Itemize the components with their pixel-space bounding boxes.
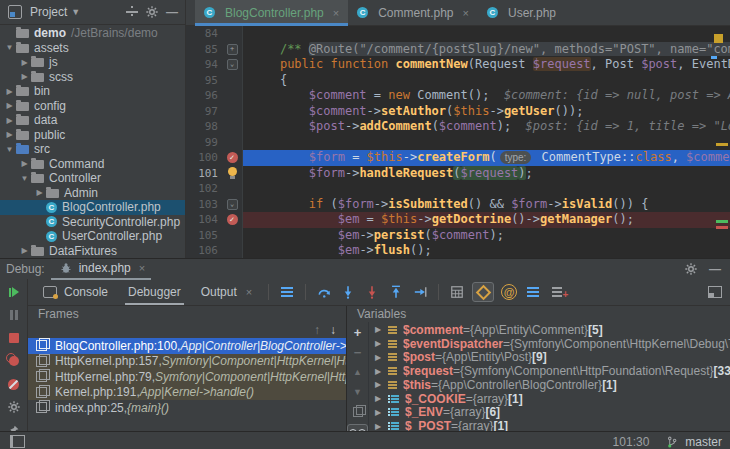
git-branch-widget[interactable]: master bbox=[663, 434, 722, 449]
fold-collapse-icon[interactable]: ⌄ bbox=[227, 59, 238, 70]
editor-tab-comment-php[interactable]: CComment.php× bbox=[348, 0, 478, 25]
code-line-95[interactable]: 95 { bbox=[186, 73, 730, 89]
stack-frame-index-php-25[interactable]: index.php:25, {main}() bbox=[28, 400, 346, 416]
stop-icon[interactable] bbox=[5, 330, 23, 346]
chevron-down-icon[interactable]: ▼ bbox=[71, 7, 80, 17]
editor-tab-blogcontroller-php[interactable]: CBlogController.php× bbox=[195, 0, 348, 25]
move-down-icon[interactable]: ▼ bbox=[349, 384, 367, 400]
remove-watch-icon[interactable]: − bbox=[349, 344, 367, 360]
tree-open-arrow-icon[interactable]: ▼ bbox=[3, 43, 16, 52]
code-line-105[interactable]: 105 $em->persist($comment); bbox=[186, 228, 730, 244]
force-step-into-icon[interactable] bbox=[363, 284, 381, 300]
gear-icon[interactable] bbox=[143, 4, 161, 20]
tree-item-admin[interactable]: ▶Admin bbox=[0, 186, 185, 201]
tree-item-data[interactable]: ▶data bbox=[0, 113, 185, 128]
breakpoint-icon[interactable]: ✓ bbox=[227, 152, 238, 163]
project-panel-title[interactable]: Project bbox=[30, 5, 67, 19]
expand-arrow-icon[interactable]: ▶ bbox=[375, 394, 387, 403]
close-icon[interactable]: × bbox=[246, 286, 252, 298]
stack-frame-kernel-php-191[interactable]: Kernel.php:191, App|Kernel->handle() bbox=[28, 385, 346, 401]
code-editor[interactable]: 8485+ /** @Route("/comment/{postSlug}/ne… bbox=[186, 26, 730, 258]
tree-closed-arrow-icon[interactable]: ▶ bbox=[3, 130, 16, 139]
select-opened-file-icon[interactable] bbox=[123, 4, 141, 20]
show-watches-icon[interactable] bbox=[347, 424, 369, 431]
tree-item-js[interactable]: ▶js bbox=[0, 55, 185, 70]
variable-row-env[interactable]: ▶$_ENV = {array} [6] bbox=[369, 406, 730, 420]
layout-settings-icon[interactable] bbox=[706, 284, 724, 300]
close-icon[interactable]: × bbox=[333, 7, 339, 19]
fold-expand-icon[interactable]: + bbox=[227, 44, 238, 55]
code-line-97[interactable]: 97 $comment->setAuthor($this->getUser())… bbox=[186, 104, 730, 120]
code-line-100[interactable]: 100✓ $form = $this->createForm(type: Com… bbox=[186, 150, 730, 166]
expand-arrow-icon[interactable]: ▶ bbox=[375, 422, 387, 431]
hide-panel-icon[interactable]: — bbox=[706, 261, 724, 277]
expand-arrow-icon[interactable]: ▶ bbox=[375, 325, 387, 334]
tree-item-bin[interactable]: ▶bin bbox=[0, 84, 185, 99]
variable-row-eventdispatcher[interactable]: ▶$eventDispatcher = {Symfony\Component\H… bbox=[369, 337, 730, 351]
stack-frame-httpkernel-php-157[interactable]: HttpKernel.php:157, Symfony|Component|Ht… bbox=[28, 354, 346, 370]
tree-item-usercontroller-php[interactable]: CUserController.php bbox=[0, 229, 185, 244]
expand-arrow-icon[interactable]: ▶ bbox=[375, 408, 387, 417]
show-values-icon[interactable] bbox=[524, 284, 542, 300]
run-to-cursor-icon[interactable] bbox=[411, 284, 429, 300]
tree-item-command[interactable]: ▶Command bbox=[0, 157, 185, 172]
expand-arrow-icon[interactable]: ▶ bbox=[375, 353, 387, 362]
code-line-102[interactable]: 102 bbox=[186, 181, 730, 197]
tree-closed-arrow-icon[interactable]: ▶ bbox=[18, 159, 31, 168]
code-line-99[interactable]: 99 bbox=[186, 135, 730, 151]
tree-item-blogcontroller-php[interactable]: CBlogController.php bbox=[0, 200, 185, 215]
step-into-icon[interactable] bbox=[339, 284, 357, 300]
tree-item-scss[interactable]: ▶scss bbox=[0, 70, 185, 85]
tree-item-demo[interactable]: demo /JetBrains/demo bbox=[0, 26, 185, 41]
stack-frame-blogcontroller-php-100[interactable]: BlogController.php:100, App|Controller|B… bbox=[28, 338, 346, 354]
tree-open-arrow-icon[interactable]: ▼ bbox=[3, 145, 16, 154]
expand-arrow-icon[interactable]: ▶ bbox=[375, 367, 387, 376]
layout-menu-icon[interactable] bbox=[278, 284, 296, 300]
code-line-103[interactable]: 103⌄ if ($form->isSubmitted() && $form->… bbox=[186, 197, 730, 213]
expand-arrow-icon[interactable]: ▶ bbox=[375, 380, 387, 389]
move-up-icon[interactable]: ↑ bbox=[314, 323, 320, 337]
code-line-98[interactable]: 98 $post->addComment($comment); $post: {… bbox=[186, 119, 730, 135]
code-line-106[interactable]: 106 $em->flush(); bbox=[186, 243, 730, 258]
variable-row-this[interactable]: ▶$this = {App\Controller\BlogController}… bbox=[369, 378, 730, 392]
code-line-96[interactable]: 96 $comment = new Comment(); $comment: {… bbox=[186, 88, 730, 104]
gear-icon[interactable] bbox=[682, 261, 700, 277]
quick-evaluate-icon[interactable] bbox=[472, 284, 494, 300]
code-line-85[interactable]: 85+ /** @Route("/comment/{postSlug}/new"… bbox=[186, 42, 730, 58]
new-watch-icon[interactable]: + bbox=[548, 284, 566, 300]
tree-closed-arrow-icon[interactable]: ▶ bbox=[18, 58, 31, 67]
hide-panel-icon[interactable]: — bbox=[163, 4, 181, 20]
tree-item-config[interactable]: ▶config bbox=[0, 99, 185, 114]
editor-tab-user-php[interactable]: CUser.php bbox=[478, 0, 565, 25]
step-out-icon[interactable] bbox=[387, 284, 405, 300]
breakpoint-icon[interactable]: ✓ bbox=[227, 214, 238, 225]
debug-tab-console[interactable]: Console bbox=[34, 279, 115, 305]
duplicate-watch-icon[interactable] bbox=[349, 404, 367, 420]
close-icon[interactable]: × bbox=[139, 262, 145, 274]
close-icon[interactable]: × bbox=[463, 7, 469, 19]
variable-row-post[interactable]: ▶$post = {App\Entity\Post} [9] bbox=[369, 351, 730, 365]
resume-icon[interactable] bbox=[5, 284, 23, 300]
mute-breakpoints-icon[interactable] bbox=[5, 376, 23, 392]
stack-frame-httpkernel-php-79[interactable]: HttpKernel.php:79, Symfony|Component|Htt… bbox=[28, 369, 346, 385]
fold-collapse-icon[interactable]: ⌄ bbox=[227, 199, 238, 210]
move-up-icon[interactable]: ▲ bbox=[349, 364, 367, 380]
debug-tab-debugger[interactable]: Debugger bbox=[121, 279, 188, 305]
expand-arrow-icon[interactable]: ▶ bbox=[375, 339, 387, 348]
tree-item-public[interactable]: ▶public bbox=[0, 128, 185, 143]
variable-row-comment[interactable]: ▶$comment = {App\Entity\Comment} [5] bbox=[369, 323, 730, 337]
tree-closed-arrow-icon[interactable]: ▶ bbox=[33, 188, 46, 197]
tree-item-src[interactable]: ▼src bbox=[0, 142, 185, 157]
caret-position[interactable]: 101:30 bbox=[613, 435, 650, 449]
code-line-104[interactable]: 104✓ $em = $this->getDoctrine()->getMana… bbox=[186, 212, 730, 228]
tree-item-assets[interactable]: ▼assets bbox=[0, 41, 185, 56]
move-down-icon[interactable]: ↓ bbox=[330, 323, 336, 337]
tree-item-controller[interactable]: ▼Controller bbox=[0, 171, 185, 186]
code-line-101[interactable]: 101 $form->handleRequest($request); bbox=[186, 166, 730, 182]
lightbulb-icon[interactable] bbox=[228, 167, 237, 176]
step-over-icon[interactable] bbox=[315, 284, 333, 300]
pause-icon[interactable] bbox=[5, 307, 23, 323]
view-breakpoints-icon[interactable] bbox=[5, 353, 23, 369]
tree-closed-arrow-icon[interactable]: ▶ bbox=[3, 116, 16, 125]
console-icon[interactable] bbox=[41, 284, 59, 300]
